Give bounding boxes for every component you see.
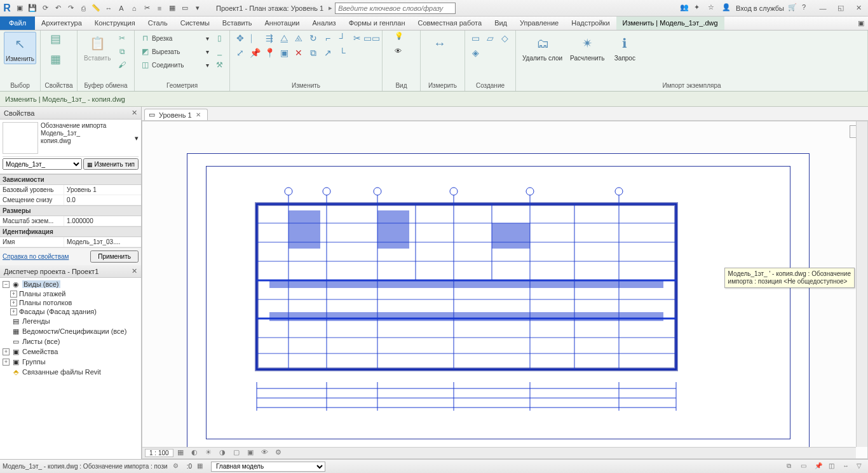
extend-icon[interactable]: ↗ [322,46,334,59]
tab-systems[interactable]: Системы [174,17,216,30]
select-face-icon[interactable]: ◫ [829,462,837,471]
reveal-icon[interactable]: ⚙ [275,448,285,458]
properties-close-icon[interactable]: ✕ [132,109,137,117]
edit-type-button[interactable]: ▦ Изменить тип [83,158,139,170]
help-icon[interactable]: ? [802,3,812,13]
minimize-button[interactable]: — [816,3,830,13]
star-icon[interactable]: ☆ [708,3,718,13]
user-icon[interactable]: 👤 [722,3,732,13]
cope-button[interactable]: ⊓Врезка▾ [139,32,210,45]
move-icon[interactable]: ✥ [234,32,247,45]
node-families[interactable]: +▣Семейства [1,346,140,357]
delete-layers-button[interactable]: 🗂 Удалить слои [520,32,565,63]
crop-show-icon[interactable]: ▣ [247,448,257,458]
node-ceiling-plans[interactable]: +Планы потолков [1,298,140,307]
scale-selector[interactable]: 1 : 100 [145,449,173,457]
split2-icon[interactable]: ✂ [351,32,363,45]
node-sheets[interactable]: ▭Листы (все) [1,336,140,346]
pin-icon[interactable]: 📌 [248,46,261,59]
tab-structure[interactable]: Конструкция [88,17,142,30]
join-button[interactable]: ◫Соединить▾ [139,58,210,71]
hide-icon[interactable]: 💡 [395,32,409,46]
crop-icon[interactable]: ▢ [233,448,243,458]
select-links-icon[interactable]: ⧉ [787,462,796,471]
delete-icon[interactable]: ✕ [292,46,305,59]
mirror-icon[interactable]: ⧋ [278,32,290,45]
sun-path-icon[interactable]: ☀ [205,448,215,458]
node-groups[interactable]: +▣Группы [1,357,140,367]
qat-dropdown-icon[interactable]: ▾ [192,3,203,14]
print-icon[interactable]: ⎙ [78,3,89,14]
open-icon[interactable]: ▣ [14,3,25,14]
create1-icon[interactable]: ▭ [469,32,482,45]
filter-icon[interactable]: ▽ [857,462,865,471]
geom1-button[interactable]: ▯ [213,32,226,45]
rotate-icon[interactable]: ↻ [307,32,320,45]
group-icon[interactable]: ▣ [278,46,290,59]
close-hidden-icon[interactable]: ▦ [166,3,178,14]
prop-name[interactable]: ИмяМодель_1эт_03.... [0,237,141,247]
node-views[interactable]: −◉Виды (все) [1,279,140,289]
select-underlay-icon[interactable]: ▭ [801,462,810,471]
create2-icon[interactable]: ▱ [484,32,496,45]
tab-manage[interactable]: Управление [513,17,565,30]
tab-view[interactable]: Вид [488,17,513,30]
tab-analyze[interactable]: Анализ [306,17,342,30]
section-icon[interactable]: ✂ [141,3,153,14]
explode-button[interactable]: ✴ Расчленить [567,32,607,63]
offset-icon[interactable]: ⇶ [263,32,276,45]
ribbon-collapse-icon[interactable]: ▣ [854,17,868,30]
signin-link[interactable]: Вход в службы [736,4,784,12]
text-icon[interactable]: A [116,3,127,14]
node-schedules[interactable]: ▦Ведомости/Спецификации (все) [1,326,140,336]
tab-annotate[interactable]: Аннотации [259,17,306,30]
type-props-icon[interactable]: ▦ [50,52,68,70]
main-model-select[interactable]: Главная модель [211,462,325,472]
props-help-link[interactable]: Справка по свойствам [3,253,69,260]
node-links[interactable]: ⬘Связанные файлы Revit [1,367,140,377]
project-browser[interactable]: −◉Виды (все) +Планы этажей +Планы потолк… [0,278,141,459]
undo-icon[interactable]: ↶ [52,3,64,14]
tab-modify-context[interactable]: Изменить | Модель_1эт_.dwg [616,17,724,30]
tab-massing[interactable]: Формы и генплан [342,17,412,30]
browser-close-icon[interactable]: ✕ [132,267,137,275]
tab-insert[interactable]: Вставить [216,17,259,30]
view-tab-close-icon[interactable]: ✕ [196,111,201,118]
trim2-icon[interactable]: ┘ [336,32,349,45]
file-tab[interactable]: Файл [0,17,35,30]
corner-icon[interactable]: └ [336,46,349,59]
apply-button[interactable]: Применить [90,250,139,263]
prop-base-level[interactable]: Базовый уровеньУровень 1 [0,185,141,195]
prop-offset[interactable]: Смещение снизу0.0 [0,195,141,205]
array-icon[interactable]: ▭▭ [365,32,378,45]
sync-icon[interactable]: ⟳ [39,3,51,14]
drawing-canvas[interactable]: Модель_1эт_ ' - копия.dwg : Обозначение … [142,121,868,459]
search-input[interactable] [335,3,456,14]
comm-icon[interactable]: ✦ [694,3,704,13]
tab-architecture[interactable]: Архитектура [35,17,88,30]
trim-icon[interactable]: ⌐ [322,32,334,45]
hide-iso-icon[interactable]: 👁 [261,448,271,458]
create4-icon[interactable]: ◈ [469,46,482,59]
close-button[interactable]: ✕ [851,3,865,13]
unpin-icon[interactable]: 📍 [263,46,276,59]
tab-collab[interactable]: Совместная работа [411,17,488,30]
modify-tool-button[interactable]: ↖ Изменить [4,32,36,64]
create3-icon[interactable]: ◇ [498,32,511,45]
instance-select[interactable]: Модель_1эт_ [3,158,82,170]
show-icon[interactable]: 👁 [395,47,409,61]
match-small-button[interactable]: 🖌 [116,58,128,71]
tab-addins[interactable]: Надстройки [565,17,616,30]
copy2-icon[interactable]: ⧉ [307,46,320,59]
copy-small-button[interactable]: ⧉ [116,45,128,58]
worksets-icon[interactable]: ▦ [197,462,206,471]
align-icon[interactable]: ⎸ [248,32,261,45]
visual-style-icon[interactable]: ◐ [191,448,201,458]
select-pinned-icon[interactable]: 📌 [815,462,824,471]
vertical-scrollbar[interactable] [856,121,867,447]
restore-button[interactable]: ◱ [834,3,848,13]
node-legends[interactable]: ▤Легенды [1,316,140,326]
measure-icon[interactable]: 📏 [90,3,102,14]
scale-icon[interactable]: ⤢ [234,46,247,59]
node-floor-plans[interactable]: +Планы этажей [1,289,140,298]
